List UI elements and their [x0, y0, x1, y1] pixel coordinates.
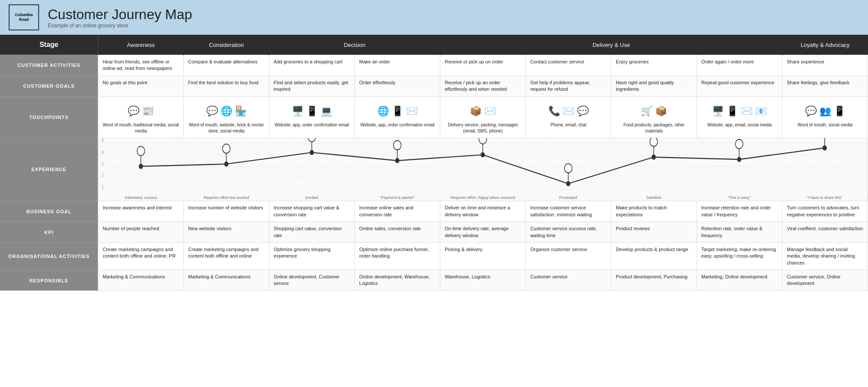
business-goal-label: BUSINESS GOAL — [0, 201, 98, 222]
sentiment-label: Requires effort, happy when received — [440, 195, 526, 201]
kpi-cell-5: Customer service success rate, waiting t… — [526, 222, 611, 243]
speech-bubble-icon: 💬 — [128, 105, 139, 118]
kpi-label: KPI — [0, 222, 98, 243]
oa-cell-6: Develop products & product range — [611, 242, 697, 270]
ca-cell-3: Make an order — [355, 55, 440, 76]
resp-cell-1: Marketing & Communications — [184, 270, 269, 291]
kpi-cell-8: Viral coeffient, customer satisfaction — [782, 222, 868, 243]
tp-cell-5: 📞 ✉️ 💬 Phone, email, chat — [526, 96, 611, 138]
kpi-cell-4: On time delivery rate, average delivery … — [440, 222, 526, 243]
page-subtitle: Example of an online grocery store — [48, 23, 192, 29]
bg-cell-8: Turn customers to advocates, turn negati… — [782, 201, 868, 222]
bg-cell-4: Deliver on time and minimize a delivery … — [440, 201, 526, 222]
cg-cell-0: No goals at this point — [98, 76, 184, 96]
ca-cell-5: Contact customer service — [526, 55, 611, 76]
svg-point-11 — [137, 146, 145, 155]
tp-cell-2: 🖥️ 📱 💻 Website, app, order confirmation … — [269, 96, 355, 138]
newspaper-icon: 📰 — [142, 105, 154, 118]
kpi-cell-0: Number of people reached — [98, 222, 184, 243]
responsible-label: RESPONSIBLE — [0, 270, 98, 291]
customer-activities-label: CUSTOMER ACTIVITIES — [0, 55, 98, 76]
svg-point-20 — [394, 141, 402, 150]
phone-icon: 📱 — [392, 105, 403, 118]
bg-cell-1: Increase number of website visitors — [184, 201, 269, 222]
phone-call-icon: 📞 — [548, 105, 560, 118]
org-activities-label: ORGANISATIONAL ACTIVITIES — [0, 242, 98, 270]
bg-cell-2: Increase shopping cart value & conversio… — [269, 201, 355, 222]
ca-cell-0: Hear from friends, see offline or online… — [98, 55, 184, 76]
mouth-icon: 💬 — [805, 105, 817, 118]
loyalty-header: Loyalty & Advocacy — [782, 35, 868, 55]
decision-header: Decision — [269, 35, 440, 55]
kpi-cell-6: Product reviews — [611, 222, 697, 243]
website-icon: 🌐 — [221, 105, 232, 118]
sentiment-label: Frustrated — [526, 195, 611, 201]
phone2-icon: 📧 — [755, 105, 767, 118]
header: Columbia Road Customer Journey Map Examp… — [0, 0, 868, 35]
kpi-cell-7: Retention rate, order value & frequency — [697, 222, 782, 243]
stage-column-header: Stage — [0, 35, 98, 55]
kpi-cell-2: Shopping cart value, conversion rate — [269, 222, 355, 243]
cg-cell-8: Share feelings, give feedback — [782, 76, 868, 96]
page-title: Customer Journey Map — [48, 7, 192, 23]
svg-point-29 — [650, 138, 658, 146]
ca-cell-1: Compare & evaluate alternatives — [184, 55, 269, 76]
sentiment-label: Excited — [269, 195, 355, 201]
bg-cell-3: Increase online sales and conversion rat… — [355, 201, 440, 222]
bg-cell-6: Make products to match expectations — [611, 201, 697, 222]
cg-cell-1: Find the best solution to buy food — [184, 76, 269, 96]
svg-text:5: 5 — [102, 138, 104, 143]
journey-map-table: Stage Awareness Consideration Decision D… — [0, 35, 868, 291]
mobile3-icon: 📱 — [834, 105, 845, 118]
oa-cell-5: Organize customer service — [526, 242, 611, 270]
globe-icon: 🌐 — [377, 105, 389, 118]
resp-cell-6: Product development, Purchasing — [611, 270, 697, 291]
speech-bubble-icon-2: 💬 — [206, 105, 218, 118]
sentiment-label: "Payment is painful" — [355, 195, 440, 201]
tp-cell-8: 💬 👥 📱 Word of mouth, social media — [782, 96, 868, 138]
desktop-icon: 🖥️ — [292, 105, 304, 118]
logo: Columbia Road — [9, 4, 39, 30]
svg-point-26 — [564, 164, 572, 173]
ca-cell-4: Receive or pick up on order — [440, 55, 526, 76]
oa-cell-8: Manage feedback and social media, develo… — [782, 242, 868, 270]
svg-point-14 — [223, 144, 231, 153]
tp-cell-4: 📦 ✉️ Delivery service, packing, messages… — [440, 96, 526, 138]
svg-point-23 — [479, 138, 487, 144]
resp-cell-8: Customer service, Online development — [782, 270, 868, 291]
food-icon: 🛒 — [641, 105, 653, 118]
cg-cell-2: Find and select products easily, get ins… — [269, 76, 355, 96]
svg-text:2: 2 — [102, 173, 104, 178]
sentiment-label: "I have to share this" — [782, 195, 868, 201]
svg-text:3: 3 — [102, 161, 104, 166]
oa-cell-2: Optimize grocery shopping experience — [269, 242, 355, 270]
resp-cell-4: Warehouse, Logistics — [440, 270, 526, 291]
bg-cell-7: Increase retention rate and order value … — [697, 201, 782, 222]
consideration-header: Consideration — [184, 35, 269, 55]
svg-point-32 — [736, 139, 743, 149]
screen-icon: 🖥️ — [712, 105, 724, 118]
mobile-icon: 📱 — [306, 105, 318, 118]
experience-label: EXPERIENCE — [0, 138, 98, 201]
sentiment-label: Satisfied — [611, 195, 696, 201]
bg-cell-0: Increase awareness and interest — [98, 201, 184, 222]
oa-cell-4: Picking & delivery — [440, 242, 526, 270]
tp-cell-0: 💬 📰 Word of mouth, traditional media, so… — [98, 96, 184, 138]
touchpoints-label: TOUCHPOINTS — [0, 96, 98, 138]
delivery-header: Delivery & Use — [440, 35, 782, 55]
mail-icon: ✉️ — [563, 105, 574, 118]
oa-cell-7: Target marketing, make re-ordering easy,… — [697, 242, 782, 270]
resp-cell-7: Marketing, Online development — [697, 270, 782, 291]
customer-goals-label: CUSTOMER GOALS — [0, 76, 98, 96]
ca-cell-6: Enjoy groceries — [611, 55, 697, 76]
sentiment-label: Interested, curious — [98, 195, 184, 201]
sentiment-label: Requires effort but excited — [184, 195, 269, 201]
package-icon: 📦 — [470, 105, 482, 118]
resp-cell-0: Marketing & Communications — [98, 270, 184, 291]
oa-cell-3: Optimize online purchase funnel, order h… — [355, 242, 440, 270]
svg-text:1: 1 — [102, 184, 104, 189]
ca-cell-7: Order again / order more — [697, 55, 782, 76]
chat-icon: 💬 — [577, 105, 589, 118]
email-icon: ✉️ — [406, 105, 418, 118]
resp-cell-3: Online development, Warehouse, Logistics — [355, 270, 440, 291]
